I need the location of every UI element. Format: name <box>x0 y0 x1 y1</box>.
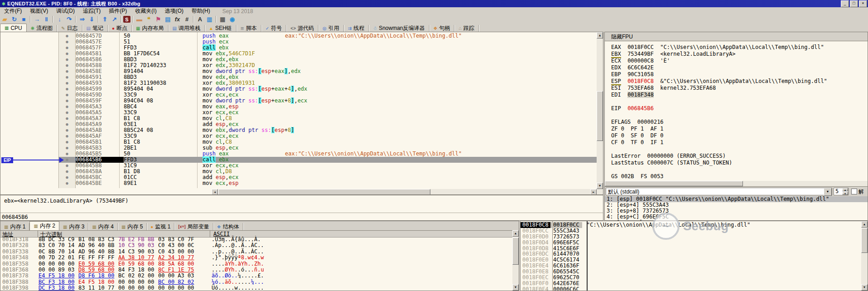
logging-stop-icon[interactable]: S <box>123 16 130 23</box>
close-button[interactable]: × <box>859 0 867 7</box>
menu-item-6[interactable]: 选项(O) <box>161 7 188 15</box>
disasm-row[interactable]: ●006845A38BC4mov eax,esp <box>58 104 598 110</box>
register-row[interactable]: EDI 0018F348 <box>611 92 865 98</box>
register-row[interactable]: ESI 753EFA68 kernel32.753EFA68 <box>611 85 865 92</box>
breakpoint-dot-icon[interactable]: ● <box>58 110 76 116</box>
breakpoint-dot-icon[interactable]: ● <box>58 33 76 39</box>
registers-hscrollbar[interactable] <box>605 181 868 186</box>
register-row[interactable]: LastError 00000000 (ERROR_SUCCESS) <box>611 153 865 160</box>
dump-tab-memory-4[interactable]: ▦内存 4 <box>88 223 117 230</box>
register-row[interactable]: LastStatus C000007C (STATUS_NO_TOKEN) <box>611 160 865 166</box>
breakpoint-dot-icon[interactable]: ● <box>58 175 76 180</box>
dump-tab-watch-1[interactable]: ●监视 1 <box>147 223 174 230</box>
breakpoint-dot-icon[interactable]: ● <box>58 74 76 80</box>
breakpoint-dot-icon[interactable]: ● <box>58 86 76 92</box>
title-bar[interactable]: ✱ EQNEDT32.EXE - PID: 8F0 - 线程: 主线程 B00 … <box>0 0 868 7</box>
breakpoint-dot-icon[interactable]: ● <box>58 45 76 51</box>
disasm-row[interactable]: ●0068459F894C04 08mov dword ptr ss:[esp+… <box>58 98 598 104</box>
chevron-down-icon[interactable]: ▼ <box>824 188 832 196</box>
menu-item-7[interactable]: 帮助(H) <box>188 7 214 15</box>
disasm-row[interactable]: ●0068457E51push ecx <box>58 39 598 45</box>
breakpoint-dot-icon[interactable]: ● <box>58 63 76 68</box>
breakpoint-dot-icon[interactable]: ● <box>58 98 76 104</box>
menu-item-5[interactable]: 收藏夹(I) <box>131 7 160 15</box>
disasm-row[interactable]: ●006845B550push eaxeax:"C:\\Users\\onion… <box>58 151 598 157</box>
breakpoint-dot-icon[interactable]: ● <box>58 39 76 45</box>
calculator-icon[interactable]: ▦ <box>218 15 227 23</box>
run-to-cursor-icon[interactable]: ⇒ <box>78 15 87 23</box>
register-row[interactable]: ESP 0018F0C8 &"C:\\Users\\onion\\AppData… <box>611 78 865 85</box>
pause-icon[interactable]: ‖ <box>42 15 51 23</box>
globe-icon[interactable]: ◉ <box>228 15 236 23</box>
register-row[interactable]: CF 0 TF 0 IF 1 <box>611 139 865 146</box>
scroll-down-icon[interactable]: ▼ <box>861 284 868 291</box>
spin-down-icon[interactable]: ▼ <box>842 192 848 195</box>
register-row[interactable]: OF 0 SF 0 DF 0 <box>611 132 865 139</box>
registers-hscroll-thumb[interactable] <box>605 181 743 186</box>
disasm-hscroll-thumb[interactable] <box>218 189 430 195</box>
tab-seh[interactable]: ▲SEH链 <box>205 25 236 32</box>
preview-icon[interactable]: ▥ <box>205 15 214 23</box>
calling-convention-select[interactable]: 默认 (stdcall) ▼ <box>606 188 832 195</box>
stop-icon[interactable]: ■ <box>19 15 28 23</box>
arg-count-stepper[interactable]: 5 ▲ ▼ <box>834 188 849 195</box>
disasm-row[interactable]: ●00684599895404 04mov dword ptr ss:[esp+… <box>58 86 598 92</box>
stack-row[interactable]: 0018F0F400006C6C <box>521 286 856 291</box>
breakpoint-dot-icon[interactable]: ● <box>58 163 76 169</box>
menu-item-3[interactable]: 追踪(T) <box>79 7 105 15</box>
disasm-row[interactable]: ●006845B6FFD3call ebx <box>58 157 598 163</box>
hash-icon[interactable]: # <box>183 15 191 23</box>
register-row[interactable]: EIP 006845B6 <box>611 105 865 112</box>
dump-tab-memory-3[interactable]: ▦内存 3 <box>59 223 88 230</box>
tab-call-stack[interactable]: ▤调用堆栈 <box>169 25 205 32</box>
tab-graph[interactable]: ❋流程图 <box>27 25 57 32</box>
disasm-row[interactable]: ●006845A7B1 C8mov cl,C8 <box>58 116 598 121</box>
breakpoint-dot-icon[interactable]: ● <box>58 116 76 121</box>
tab-snowman[interactable]: ☃Snowman反编译器 <box>369 25 429 32</box>
breakpoint-dot-icon[interactable]: ● <box>58 145 76 151</box>
step-out-icon[interactable]: ⇑ <box>101 15 109 23</box>
hex-row[interactable]: 0018F35800 00 00 00E0 59 68 00E0 59 68 0… <box>0 261 508 267</box>
run-to-user-icon[interactable]: ↗ <box>110 15 119 23</box>
breakpoint-dot-icon[interactable]: ● <box>58 57 76 63</box>
tab-breakpoints[interactable]: ●断点 <box>108 25 132 32</box>
bookmark-icon[interactable]: ▤ <box>164 15 172 23</box>
hex-row[interactable]: 0018F34800 7D 22 01FE FF FF FFAA 38 10 7… <box>0 255 508 261</box>
tab-script[interactable]: ≣脚本 <box>236 25 261 32</box>
stack-row[interactable]: 0018F0F0642E676E <box>521 281 856 286</box>
hide-fpu-button[interactable]: 隐藏FPU <box>605 32 868 41</box>
memory-dump-pane[interactable]: ▦内存 1▦内存 2▦内存 3▦内存 4▦内存 5●监视 1[x=]局部变量❖结… <box>0 221 519 291</box>
hex-row[interactable]: 0018F36800 00 89 03D8 59 68 0084 F3 18 0… <box>0 267 508 273</box>
register-row[interactable]: EDX 6C6C642E <box>611 64 865 71</box>
unlock-checkbox[interactable] <box>851 189 857 194</box>
disasm-vscroll-thumb[interactable] <box>597 91 603 141</box>
tab-references[interactable]: ◎引用 <box>318 25 344 32</box>
step-down-icon[interactable]: ⇓ <box>87 15 96 23</box>
register-row[interactable]: ZF 0 PF 1 AF 1 <box>611 126 865 132</box>
patch-icon[interactable]: ▬ <box>135 15 144 23</box>
dump-vscroll-thumb[interactable] <box>512 238 519 265</box>
tab-threads[interactable]: ⇉线程 <box>344 25 369 32</box>
breakpoint-dot-icon[interactable]: ● <box>58 104 76 110</box>
maximize-button[interactable]: □ <box>850 0 858 7</box>
menu-item-4[interactable]: 插件(P) <box>105 7 131 15</box>
label-icon[interactable]: ⚑ <box>154 15 163 23</box>
function-icon[interactable]: fx <box>173 15 182 23</box>
open-file-icon[interactable]: ▰ <box>0 15 9 23</box>
scroll-up-icon[interactable]: ▲ <box>597 32 603 39</box>
register-row[interactable] <box>611 146 865 153</box>
disasm-row[interactable]: ●006845AB8B5C24 08mov ebx,dword ptr ss:[… <box>58 127 598 133</box>
step-into-icon[interactable]: ↓ <box>55 15 64 23</box>
menu-item-1[interactable]: 视图(V) <box>26 7 52 15</box>
breakpoint-dot-icon[interactable]: ● <box>58 133 76 139</box>
tab-memory-map[interactable]: ▦内存布局 <box>132 25 168 32</box>
scroll-up-icon[interactable]: ▲ <box>861 221 868 228</box>
register-row[interactable]: EBP 90C31058 <box>611 71 865 78</box>
scroll-left-icon[interactable]: ◄ <box>212 189 218 195</box>
menu-item-2[interactable]: 调试(D) <box>52 7 79 15</box>
stack-row[interactable]: 0018F0EC69625C70 <box>521 275 856 281</box>
dump-tab-locals[interactable]: [x=]局部变量 <box>174 223 213 230</box>
tab-log[interactable]: ✎日志 <box>57 25 82 32</box>
registers-pane[interactable]: 隐藏FPU EAX 0018F0CC "C:\\Users\\onion\\Ap… <box>604 32 868 221</box>
restart-icon[interactable]: ↻ <box>10 15 19 23</box>
